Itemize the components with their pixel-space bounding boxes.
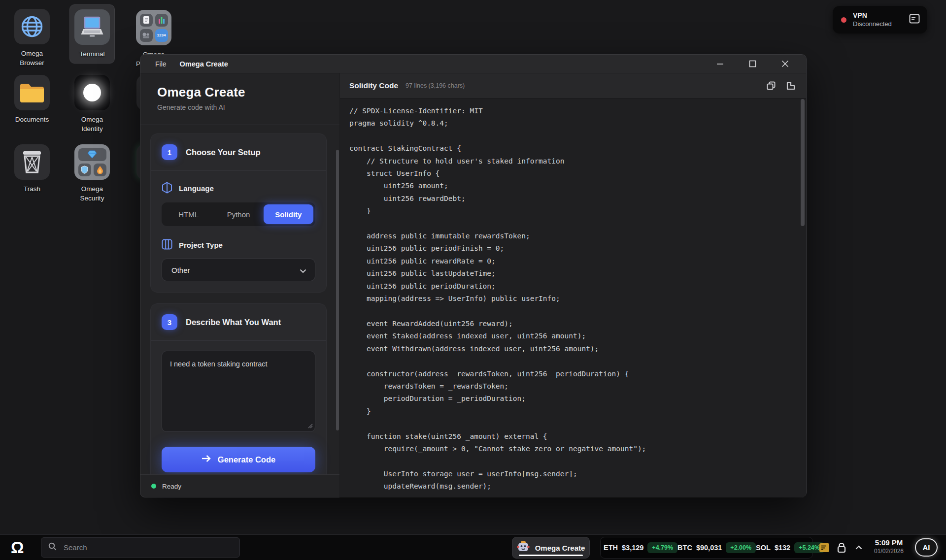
desktop-icon-omega-browser[interactable]: OmegaBrowser [6, 9, 58, 68]
ticker-eth: ETH $3,129 +4.79% [604, 542, 677, 553]
window-title: Omega Create [180, 60, 228, 68]
ticker-sol: SOL $132 +5.24% [756, 542, 824, 553]
language-option-python[interactable]: Python [213, 204, 263, 224]
sidebar-scrollbar[interactable] [336, 150, 339, 430]
omega-start-button[interactable]: Ω [11, 537, 24, 559]
desktop-icon-trash[interactable]: Trash [6, 144, 58, 194]
window-titlebar[interactable]: File Omega Create [140, 55, 806, 73]
taskbar: Ω Omega Create ETH $3,129 +4.79% BTC $90… [0, 534, 946, 560]
vpn-status-dot [841, 17, 846, 23]
chart-mini-icon [155, 14, 168, 27]
step-badge-3: 3 [162, 314, 177, 330]
desktop-icon-terminal[interactable]: Terminal [69, 4, 115, 64]
laptop-icon [74, 9, 110, 45]
diamond-icon [78, 148, 106, 161]
ticker-change-badge: +4.79% [647, 542, 677, 553]
status-text: Ready [162, 483, 181, 490]
step-title-1: Choose Your Setup [186, 148, 261, 157]
language-option-solidity[interactable]: Solidity [264, 204, 313, 224]
project-type-select[interactable]: Other [162, 259, 315, 281]
shield-icon [78, 164, 91, 176]
desktop: OmegaBrowser Terminal 1234 [0, 0, 946, 560]
setup-card: 1 Choose Your Setup Language H [150, 133, 327, 293]
minimize-button[interactable] [713, 58, 726, 70]
search-icon [48, 542, 57, 553]
ticker-symbol: BTC [677, 544, 692, 552]
icon-label: Documents [15, 115, 49, 125]
ticker-symbol: SOL [756, 544, 771, 552]
app-grid-icon: 1234 [136, 10, 171, 45]
notes-icon[interactable] [819, 543, 830, 553]
document-mini-icon [140, 14, 153, 27]
icon-label: Trash [24, 185, 40, 194]
language-segmented-control: HTML Python Solidity [162, 202, 315, 226]
crypto-ticker: ETH $3,129 +4.79% BTC $90,031 +2.00% SOL… [600, 537, 813, 559]
taskbar-clock[interactable]: 5:09 PM 01/02/2026 [871, 538, 907, 555]
vpn-widget[interactable]: VPN Disconnected [833, 6, 927, 33]
omega-create-window: File Omega Create Omega Create Generate [140, 54, 807, 497]
identity-orb-icon [74, 75, 110, 110]
icon-label: OmegaBrowser [20, 49, 44, 68]
clock-date: 01/02/2026 [871, 548, 907, 555]
copy-icon[interactable] [766, 81, 776, 91]
vpn-status: Disconnected [853, 20, 892, 28]
ticker-price: $3,129 [622, 544, 643, 552]
panel-lines-icon[interactable] [909, 14, 920, 26]
language-label: Language [179, 184, 214, 193]
desktop-icon-omega-security[interactable]: OmegaSecurity [66, 144, 118, 203]
robot-icon [517, 541, 530, 555]
code-scrollbar[interactable] [801, 99, 805, 226]
taskbar-app-label: Omega Create [535, 544, 585, 552]
numbers-mini-icon: 1234 [155, 29, 168, 42]
desktop-icon-omega-identity[interactable]: OmegaIdentity [66, 75, 118, 134]
icon-label: Terminal [79, 50, 104, 59]
ticker-price: $132 [775, 544, 790, 552]
close-button[interactable] [778, 58, 791, 70]
search-input[interactable] [63, 543, 233, 552]
maximize-button[interactable] [746, 58, 759, 70]
lock-icon[interactable] [837, 542, 846, 553]
code-panel-title: Solidity Code [349, 81, 398, 90]
clock-time: 5:09 PM [871, 538, 907, 548]
flame-icon [94, 164, 106, 176]
chevron-up-icon[interactable] [855, 545, 862, 550]
cube-icon [162, 182, 172, 195]
resize-grip-icon[interactable] [308, 422, 313, 430]
globe-icon [14, 9, 50, 44]
desktop-icon-documents[interactable]: Documents [6, 75, 58, 125]
project-type-label: Project Type [179, 241, 223, 249]
export-icon[interactable] [786, 81, 796, 91]
ticker-change-badge: +2.00% [726, 542, 756, 553]
describe-card: 3 Describe What You Want I need a token … [150, 303, 327, 474]
chevron-down-icon [300, 266, 306, 274]
code-text: // SPDX-License-Identifier: MIT pragma s… [340, 99, 806, 493]
taskbar-search[interactable] [41, 537, 240, 558]
generate-code-button[interactable]: Generate Code [162, 447, 315, 472]
arrow-right-icon [202, 455, 211, 464]
icon-label: OmegaSecurity [80, 185, 104, 203]
step-badge-1: 1 [162, 144, 177, 160]
columns-icon [162, 239, 172, 251]
status-bar: Ready [140, 474, 339, 497]
prompt-textarea[interactable]: I need a token staking contract [162, 351, 315, 432]
file-menu[interactable]: File [155, 60, 167, 68]
folder-icon [14, 75, 50, 110]
code-panel: Solidity Code 97 lines (3,196 chars) // … [340, 73, 806, 497]
ticker-btc: BTC $90,031 +2.00% [677, 542, 756, 553]
app-heading: Omega Create [157, 85, 325, 100]
code-viewer[interactable]: // SPDX-License-Identifier: MIT pragma s… [340, 99, 806, 497]
taskbar-app-omega-create[interactable]: Omega Create [512, 537, 590, 559]
ticker-price: $90,031 [696, 544, 722, 552]
step-title-3: Describe What You Want [186, 318, 281, 327]
code-panel-meta: 97 lines (3,196 chars) [405, 82, 465, 89]
vpn-title: VPN [853, 11, 892, 20]
ready-dot [151, 484, 156, 489]
trash-icon [14, 144, 50, 180]
icon-label: OmegaIdentity [81, 115, 103, 134]
language-option-html[interactable]: HTML [164, 204, 213, 224]
sidebar: Omega Create Generate code with AI 1 Cho… [140, 73, 340, 497]
security-grid-icon [74, 144, 110, 180]
ai-assistant-button[interactable]: AI [915, 538, 938, 557]
ticker-symbol: ETH [604, 544, 618, 552]
camera-mini-icon [140, 29, 153, 42]
